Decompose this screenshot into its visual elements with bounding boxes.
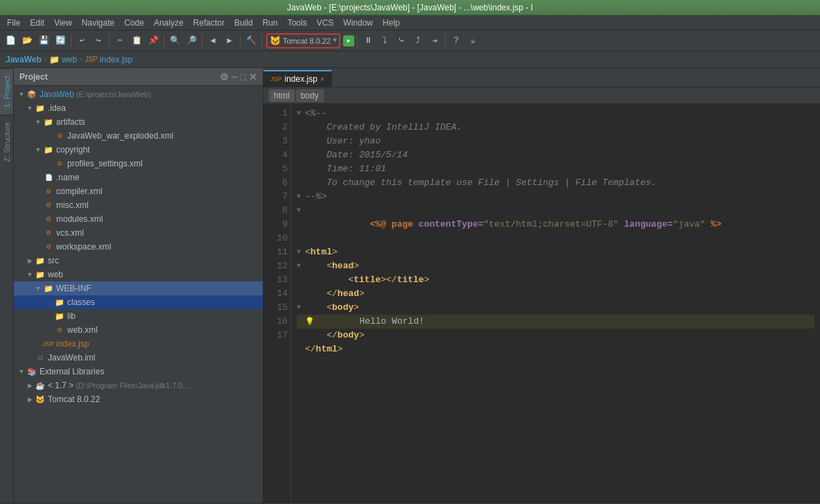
project-settings-btn[interactable]: ⚙ — [220, 71, 229, 82]
eb-tag-body[interactable]: body — [296, 89, 324, 102]
toolbar-step-into[interactable]: ⤷ — [394, 33, 409, 49]
tree-indexjsp-label: index.jsp — [56, 339, 89, 349]
project-expand-btn[interactable]: □ — [241, 71, 246, 82]
tree-jdk[interactable]: ▶ ☕ < 1.7 > (D:\Program Files\Java\jdk1.… — [14, 379, 263, 392]
tree-tomcat-arrow: ▶ — [25, 396, 35, 403]
tree-src-arrow: ▶ — [25, 257, 35, 264]
project-collapse-btn[interactable]: − — [232, 71, 237, 82]
code-text-6: To change this template use File | Setti… — [305, 176, 656, 190]
fold-9[interactable]: ▼ — [297, 245, 305, 259]
breadcrumb-indexjsp[interactable]: JSP index.jsp — [85, 55, 133, 64]
left-tab-structure[interactable]: Z: Structure — [0, 114, 13, 168]
fold-13[interactable]: ▼ — [297, 301, 305, 315]
toolbar-help[interactable]: ? — [448, 33, 464, 49]
tree-web-xml[interactable]: ⚙ web.xml — [14, 323, 263, 337]
tree-war-xml-label: JavaWeb_war_exploded.xml — [67, 131, 173, 141]
fold-10[interactable]: ▼ — [297, 259, 305, 273]
tab-close-btn[interactable]: × — [320, 76, 324, 83]
menu-edit[interactable]: Edit — [26, 17, 49, 29]
tree-profiles-arrow — [44, 160, 54, 167]
editor-tab-indexjsp[interactable]: JSP index.jsp × — [263, 70, 332, 87]
tree-misc-xml[interactable]: ⚙ misc.xml — [14, 198, 263, 212]
toolbar-cut[interactable]: ✂ — [112, 33, 128, 49]
toolbar-search[interactable]: 🔍 — [167, 33, 182, 49]
toolbar-run-to-cursor[interactable]: ⇥ — [427, 33, 442, 49]
tree-compiler-xml[interactable]: ⚙ compiler.xml — [14, 184, 263, 198]
line-num-3: 3 — [263, 134, 288, 148]
toolbar-sync[interactable]: 🔄 — [53, 33, 68, 49]
breadcrumb-project[interactable]: JavaWeb — [6, 55, 42, 64]
tree-dotname[interactable]: 📄 .name — [14, 171, 263, 184]
menu-analyze[interactable]: Analyze — [150, 17, 188, 29]
tree-webinf[interactable]: ▼ 📁 WEB-INF — [14, 281, 263, 295]
menu-file[interactable]: File — [3, 17, 24, 29]
editor-breadcrumb: html body — [263, 87, 820, 104]
menu-code[interactable]: Code — [120, 17, 148, 29]
line-num-10: 10 — [263, 232, 288, 245]
toolbar-step-out[interactable]: ⤴ — [410, 33, 426, 49]
toolbar-redo[interactable]: ↪ — [91, 33, 106, 49]
toolbar-paste[interactable]: 📌 — [146, 33, 161, 49]
fold-1[interactable]: ▼ — [297, 107, 305, 121]
menu-window[interactable]: Window — [339, 17, 377, 29]
tree-lib[interactable]: 📁 lib — [14, 309, 263, 323]
toolbar-open[interactable]: 📂 — [19, 33, 35, 49]
tree-web[interactable]: ▼ 📁 web — [14, 268, 263, 281]
tree-classes[interactable]: 📁 classes — [14, 295, 263, 309]
menu-refactor[interactable]: Refactor — [189, 17, 229, 29]
breadcrumb-project-label: JavaWeb — [6, 55, 42, 64]
menu-tools[interactable]: Tools — [283, 17, 311, 29]
eb-tag-html[interactable]: html — [269, 89, 295, 102]
toolbar-sdk[interactable]: ☕ — [465, 33, 480, 49]
code-text-17 — [305, 356, 311, 370]
toolbar-save[interactable]: 💾 — [36, 33, 51, 49]
tree-vcs-xml-label: vcs.xml — [56, 228, 84, 238]
tree-vcs-xml[interactable]: ⚙ vcs.xml — [14, 226, 263, 240]
tree-web-xml-arrow — [44, 327, 54, 333]
file-icon-jsp: JSP — [85, 55, 98, 63]
toolbar-back[interactable]: ◀ — [205, 33, 220, 49]
menu-view[interactable]: View — [50, 17, 76, 29]
line-num-6: 6 — [263, 176, 288, 190]
fold-7[interactable]: ▼ — [297, 190, 305, 204]
tree-artifacts[interactable]: ▼ 📁 artifacts — [14, 115, 263, 129]
fold-5 — [297, 162, 305, 176]
tree-indexjsp[interactable]: JSP index.jsp — [14, 337, 263, 351]
toolbar-new[interactable]: 📄 — [3, 33, 18, 49]
tree-compiler-xml-label: compiler.xml — [56, 186, 103, 196]
menu-build[interactable]: Build — [230, 17, 257, 29]
tree-iml[interactable]: IJ JavaWeb.iml — [14, 351, 263, 365]
toolbar-undo[interactable]: ↩ — [74, 33, 89, 49]
toolbar-forward[interactable]: ▶ — [222, 33, 237, 49]
left-tab-project[interactable]: 1: Project — [0, 68, 13, 114]
tree-idea[interactable]: ▼ 📁 .idea — [14, 101, 263, 115]
breadcrumb-web-label: web — [62, 55, 77, 64]
toolbar-build-make[interactable]: 🔨 — [243, 33, 259, 49]
menu-help[interactable]: Help — [378, 17, 404, 29]
toolbar-replace[interactable]: 🔎 — [184, 33, 199, 49]
toolbar-copy[interactable]: 📋 — [129, 33, 144, 49]
run-button[interactable]: ▶ — [343, 35, 354, 46]
tree-extlibs[interactable]: ▼ 📚 External Libraries — [14, 365, 263, 379]
tree-tomcat[interactable]: ▶ 🐱 Tomcat 8.0.22 — [14, 392, 263, 406]
tree-copyright[interactable]: ▼ 📁 copyright — [14, 143, 263, 157]
tree-modules-xml[interactable]: ⚙ modules.xml — [14, 212, 263, 226]
run-config-selector[interactable]: 🐱 Tomcat 8.0.22 ▼ — [266, 33, 340, 49]
file-icon-iml: IJ — [35, 354, 46, 361]
menu-run[interactable]: Run — [259, 17, 282, 29]
menu-navigate[interactable]: Navigate — [78, 17, 119, 29]
menu-vcs[interactable]: VCS — [313, 17, 338, 29]
tree-war-xml[interactable]: ⚙ JavaWeb_war_exploded.xml — [14, 129, 263, 143]
tree-workspace-xml[interactable]: ⚙ workspace.xml — [14, 240, 263, 254]
tree-src[interactable]: ▶ 📁 src — [14, 254, 263, 268]
fold-8[interactable]: ▼ — [297, 204, 305, 218]
toolbar-step-over[interactable]: ⤵ — [377, 33, 392, 49]
breadcrumb-web[interactable]: 📁 web — [49, 55, 77, 64]
tree-root[interactable]: ▼ 📦 JavaWeb (E:\projects\JavaWeb) — [14, 87, 263, 101]
tree-jdk-path: (D:\Program Files\Java\jdk1.7.0... — [73, 381, 189, 390]
project-close-btn[interactable]: ✕ — [249, 71, 257, 82]
toolbar-debug-resume[interactable]: ⏸ — [360, 33, 376, 49]
code-content[interactable]: ▼ <%-- Created by IntelliJ IDEA. User: y… — [291, 104, 820, 503]
line-num-17: 17 — [263, 329, 288, 342]
tree-profiles-xml[interactable]: ⚙ profiles_settings.xml — [14, 157, 263, 171]
